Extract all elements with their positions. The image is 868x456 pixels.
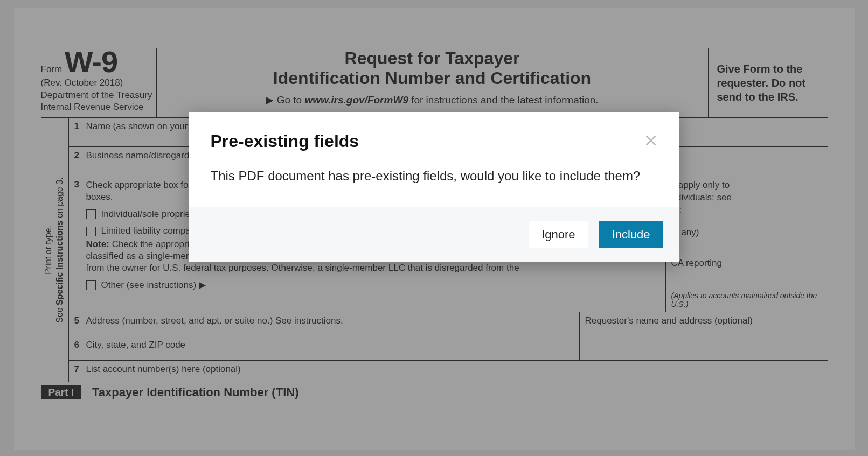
dialog-title: Pre-existing fields <box>211 131 359 151</box>
include-button[interactable]: Include <box>599 221 663 248</box>
dialog-body: This PDF document has pre-existing field… <box>189 151 679 207</box>
dialog-header: Pre-existing fields <box>189 112 679 151</box>
close-icon[interactable] <box>644 134 658 148</box>
modal-overlay: Pre-existing fields This PDF document ha… <box>0 0 868 456</box>
ignore-button[interactable]: Ignore <box>529 221 588 248</box>
preexisting-fields-dialog: Pre-existing fields This PDF document ha… <box>189 112 679 262</box>
dialog-footer: Ignore Include <box>189 207 679 262</box>
